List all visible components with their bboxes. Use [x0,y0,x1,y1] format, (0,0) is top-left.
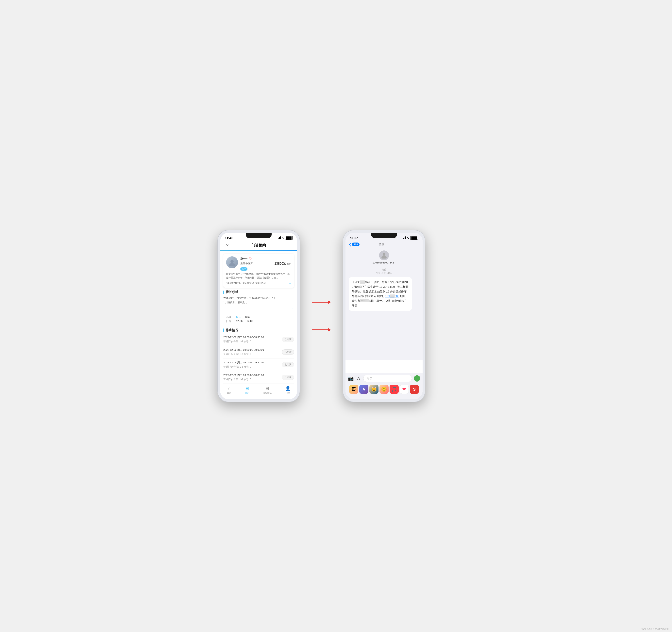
date-2[interactable]: 12-09 [246,320,253,323]
wechat-label: 微信 [360,243,404,246]
schedule-item: 2022-12-06 周二 09:00:00-09:30:00 普通门诊 号段:… [223,358,294,371]
doctor-desc: 瑞安市中医学会••••届理事。师从••••名老中医黄宗文先生，悬壶梓里五十余年，… [226,272,291,280]
sms-meta-label: 短信 [349,268,419,271]
photos-icon[interactable]: 🖼 [349,385,358,394]
nav-home[interactable]: ⌂ 首页 [227,386,231,395]
close-button[interactable]: ✕ [224,243,231,248]
page-title: 门诊预约 [231,243,287,248]
schedule-time-4: 2022-12-06 周二 09:30:00-10:00:00 [223,374,264,377]
right-battery-icon: ███ [410,236,418,240]
svg-point-1 [229,263,235,266]
nav-home-label: 首页 [227,391,231,395]
more-button[interactable]: ··· [287,243,293,248]
expertise-section: 擅长领域 尤其针对下列慢性病，中医调理经验独到、*： 1、脂肪肝、肝硬化；...… [223,290,294,310]
phone-link[interactable]: 199••••085 [385,295,399,298]
arrow-line-2 [312,329,328,330]
right-time: 11:37 [350,236,358,239]
my-icon: 👤 [285,386,291,391]
left-phone-screen: 11:40 ∿ ███ ✕ 门诊预约 [220,233,297,399]
music-icon[interactable]: 🎵 [389,385,399,394]
right-phone-screen: 11:37 ∿ ███ ❮ [345,233,423,399]
nav-hospital-label: 医院概况 [263,391,271,395]
notch [246,233,271,238]
app-content[interactable]: 赵•••• ♡ 主治中医师 13800次 预约 有序 [220,251,297,384]
doctor-name-row: 赵•••• ♡ [240,256,291,261]
arrows-container [312,300,331,332]
schedule-time-3: 2022-12-06 周二 09:00:00-09:30:00 [223,361,264,364]
contact-avatar [379,250,389,260]
right-phone: 11:37 ∿ ███ ❮ [343,230,425,402]
memoji-icon[interactable]: 🐱 [369,385,379,394]
hospital-icon: ⊞ [265,386,269,391]
date-row-2: 日期 12-06 12-09 [226,320,291,323]
full-badge-4: 已约满 [282,375,294,380]
send-button[interactable]: ↑ [414,375,420,382]
doctor-top: 赵•••• ♡ 主治中医师 13800次 预约 有序 [226,256,291,271]
schedule-bar [223,328,224,332]
signal-icon [278,236,281,239]
nav-my[interactable]: 👤 我的 [285,386,291,395]
heart-icon[interactable]: ♡ [249,256,252,261]
right-signal-icon [403,236,406,239]
date-1[interactable]: 12-06 [236,320,242,323]
contact-header: 106855933607142 › [345,248,423,266]
date-selection: 选择 周二 周五 日期 12-06 12-09 [223,312,294,326]
schedule-item: 2022-12-06 周二 09:30:00-10:00:00 普通门诊 号段:… [223,371,294,384]
appt-count: 13800次 [274,262,286,265]
schedule-info-3: 普通门诊 号段: 1-3 余号: 0 [223,365,264,369]
appstore-icon[interactable]: A [359,385,368,394]
schedule-row: 2022-12-06 周二 08:30:00-09:00:00 普通门诊 号段:… [223,348,294,356]
schedule-info-2: 普通门诊 号段: 1-3 余号: 0 [223,353,264,356]
back-chevron-icon: ❮ [349,242,352,247]
nav-news-label: 资讯 [245,391,249,395]
date-row: 选择 周二 周五 [226,315,291,319]
schedule-left: 2022-12-06 周二 09:00:00-09:30:00 普通门诊 号段:… [223,361,264,369]
left-phone: 11:40 ∿ ███ ✕ 门诊预约 [217,230,300,402]
contacts-icon[interactable]: 😊 [380,385,389,394]
app-icons-row: 🖼 A 🐱 😊 🎵 ❤ S [345,383,423,399]
full-badge-1: 已约满 [282,337,294,342]
contact-name: 106855933607142 › [373,261,395,264]
nav-news[interactable]: ⊞ 资讯 [245,386,249,395]
sms-input-area: 📷 A 短信 ↑ [345,373,423,383]
schedule-row: 2022-12-06 周二 09:00:00-09:30:00 普通门诊 号段:… [223,361,294,369]
schedule-left: 2022-12-06 周二 08:00:00-08:30:00 普通门诊 号段:… [223,335,264,343]
sms-bubble: 【瑞安••••综合门诊部】您好！您已成功预约12月04日下午医生请于 13:30… [349,277,412,311]
back-count: 200 [352,243,360,246]
app-s-icon[interactable]: S [410,385,419,394]
weekday-1[interactable]: 周二 [236,315,241,319]
weekday-2[interactable]: 周五 [245,315,250,319]
section-title-expertise: 擅长领域 [223,290,294,294]
app-store-icon[interactable]: A [356,376,361,381]
section-bar [223,290,224,294]
nav-hospital[interactable]: ⊞ 医院概况 [263,386,271,395]
sms-content[interactable]: 短信 今天 上午 11:37 【瑞安••••综合门诊部】您好！您已成功预约12月… [345,266,423,360]
full-badge-2: 已约满 [282,349,294,355]
left-status-icons: ∿ ███ [278,236,292,240]
expand-icon[interactable]: ⌄ [289,281,291,285]
schedule-time-1: 2022-12-06 周二 08:00:00-08:30:00 [223,335,264,339]
right-notch [371,233,397,238]
schedule-left: 2022-12-06 周二 09:30:00-10:00:00 普通门诊 号段:… [223,374,264,381]
battery-icon: ███ [285,236,292,240]
left-time: 11:40 [225,236,233,239]
date-label: 日期 [226,320,232,323]
schedule-left: 2022-12-06 周二 08:30:00-09:00:00 普通门诊 号段:… [223,348,264,356]
avatar-img [226,256,238,268]
right-wifi-icon: ∿ [407,236,409,239]
camera-icon[interactable]: 📷 [348,376,354,381]
back-button[interactable]: ❮ 200 [349,242,360,247]
schedule-item: 2022-12-06 周二 08:00:00-08:30:00 普通门诊 号段:… [223,333,294,346]
expertise-content: 尤其针对下列慢性病，中医调理经验独到、*： 1、脂肪肝、肝硬化；... ⌄ [223,296,294,310]
health-icon[interactable]: ❤ [400,385,409,394]
wechat-header: ❮ 200 微信 [345,241,423,248]
select-label: 选择 [226,315,232,319]
verified-badge: 有序 [240,268,247,271]
sms-input[interactable]: 短信 [363,375,412,382]
doctor-info: 赵•••• ♡ 主治中医师 13800次 预约 有序 [240,256,291,271]
bottom-nav: ⌂ 首页 ⊞ 资讯 ⊞ 医院概况 👤 我的 [220,384,297,399]
schedule-info-1: 普通门诊 号段: 1-3 余号: 0 [223,340,264,343]
doctor-card: 赵•••• ♡ 主治中医师 13800次 预约 有序 [223,254,294,288]
doctor-avatar [226,256,238,268]
doctor-name: 赵•••• [240,257,247,260]
